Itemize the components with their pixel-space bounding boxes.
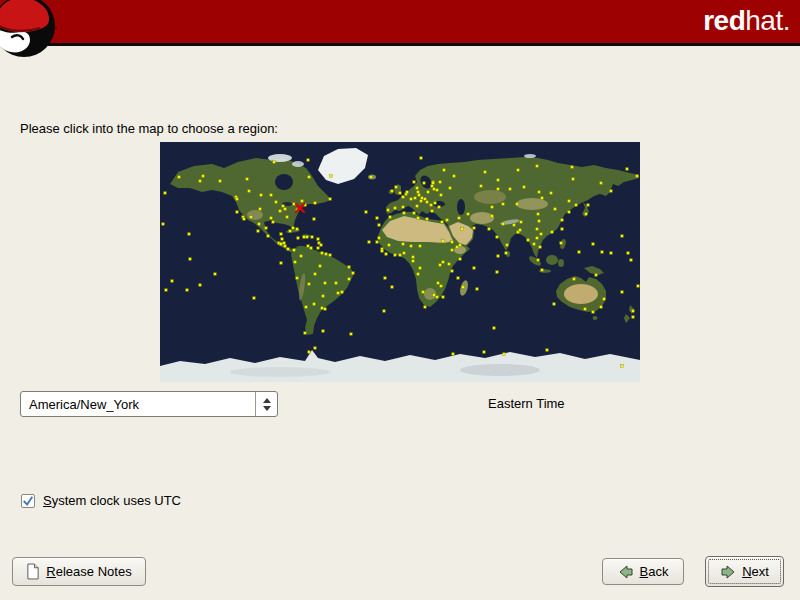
- back-button[interactable]: Back: [602, 558, 684, 585]
- document-icon: [26, 563, 40, 580]
- installer-screen: ™ redhat. Please click into the map to c…: [0, 0, 800, 600]
- next-label: Next: [742, 564, 769, 579]
- timezone-select-value: America/New_York: [21, 397, 255, 412]
- utc-checkbox[interactable]: [21, 494, 35, 508]
- instruction-text: Please click into the map to choose a re…: [20, 121, 278, 136]
- back-arrow-icon: [618, 564, 634, 580]
- next-arrow-icon: [720, 564, 736, 580]
- spinner-up-icon: [263, 398, 271, 403]
- back-label: Back: [640, 564, 669, 579]
- utc-label-mnemonic: S: [43, 493, 52, 508]
- header-bar: [0, 0, 800, 43]
- release-notes-label: Release Notes: [46, 564, 131, 579]
- timezone-description: Eastern Time: [488, 396, 565, 411]
- timezone-world-map[interactable]: [160, 142, 640, 382]
- checkmark-icon: [22, 495, 34, 507]
- utc-row: System clock uses UTC: [21, 493, 181, 508]
- utc-label[interactable]: System clock uses UTC: [43, 493, 181, 508]
- timezone-select[interactable]: America/New_York: [20, 391, 278, 417]
- utc-label-rest: ystem clock uses UTC: [52, 493, 181, 508]
- header-divider: [0, 43, 800, 46]
- redhat-shadowman-icon: ™: [0, 0, 66, 68]
- release-notes-button[interactable]: Release Notes: [12, 557, 146, 586]
- wordmark-period: .: [783, 5, 790, 36]
- combo-spinner-icon[interactable]: [255, 392, 277, 416]
- svg-text:™: ™: [51, 26, 57, 32]
- wordmark-red: red: [703, 5, 745, 36]
- wordmark-hat: hat: [745, 5, 782, 36]
- redhat-wordmark: redhat.: [703, 5, 790, 37]
- spinner-down-icon: [263, 406, 271, 411]
- next-button[interactable]: Next: [705, 556, 784, 587]
